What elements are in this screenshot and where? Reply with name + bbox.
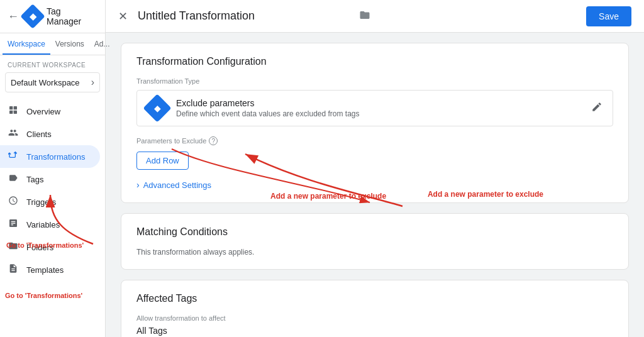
transformations-icon	[8, 150, 19, 163]
transformation-type-name: Exclude parameters	[176, 98, 591, 108]
tags-icon	[8, 173, 19, 185]
sidebar-item-clients[interactable]: Clients	[0, 123, 100, 145]
app-logo-inner: ◆	[30, 11, 36, 21]
params-section: Parameters to Exclude ? Add Row	[136, 136, 613, 170]
variables-icon	[8, 218, 19, 231]
sidebar-item-templates[interactable]: Templates	[0, 258, 100, 281]
sidebar-item-triggers-label: Triggers	[26, 197, 56, 207]
logo-diamond-inner: ◆	[154, 103, 161, 113]
matching-conditions-title: Matching Conditions	[136, 226, 613, 238]
sidebar-item-transformations-label: Transformations	[26, 152, 85, 162]
svg-rect-0	[9, 106, 13, 109]
params-label: Parameters to Exclude ?	[136, 136, 613, 145]
sidebar-item-variables-label: Variables	[26, 220, 60, 229]
add-row-button[interactable]: Add Row	[136, 152, 189, 170]
templates-icon	[8, 263, 19, 276]
sidebar: ← ◆ Tag Manager Workspace Versions Ad...…	[0, 0, 106, 337]
folders-icon	[8, 241, 19, 253]
transformation-type-label: Transformation Type	[136, 77, 613, 85]
params-help-icon[interactable]: ?	[209, 136, 218, 145]
tab-workspace[interactable]: Workspace	[3, 33, 50, 55]
back-button[interactable]: ←	[8, 10, 19, 23]
sidebar-tabs: Workspace Versions Ad...	[0, 33, 105, 55]
matching-conditions-desc: This transformation always applies.	[136, 248, 613, 257]
transformation-type-logo: ◆	[143, 94, 171, 122]
sidebar-item-triggers[interactable]: Triggers	[0, 191, 100, 213]
workspace-selector[interactable]: Default Workspace ›	[5, 72, 100, 92]
advanced-settings-label: Advanced Settings	[143, 180, 211, 190]
params-label-text: Parameters to Exclude	[136, 137, 206, 145]
transformation-config-card: Transformation Configuration Transformat…	[121, 43, 629, 203]
nav-items: Overview Clients Transformations Tags Tr…	[0, 97, 105, 337]
triggers-icon	[8, 196, 19, 208]
sidebar-item-templates-label: Templates	[26, 265, 64, 275]
sidebar-item-transformations[interactable]: Transformations	[0, 145, 100, 168]
edit-type-icon[interactable]	[591, 101, 602, 115]
affected-value: All Tags	[136, 326, 613, 336]
sidebar-header: ← ◆ Tag Manager	[0, 0, 105, 33]
svg-rect-3	[14, 111, 17, 114]
transformation-type-info: Exclude parameters Define which event da…	[176, 98, 591, 118]
sidebar-item-tags[interactable]: Tags	[0, 168, 100, 191]
svg-rect-1	[14, 106, 17, 109]
advanced-settings[interactable]: › Advanced Settings	[136, 180, 613, 190]
matching-conditions-card: Matching Conditions This transformation …	[121, 213, 629, 270]
main-content: ✕ Untitled Transformation Save Transform…	[106, 0, 644, 337]
transformation-config-title: Transformation Configuration	[136, 56, 613, 67]
current-workspace-label: CURRENT WORKSPACE	[0, 55, 105, 71]
sidebar-item-overview-label: Overview	[26, 107, 60, 116]
content-area: Transformation Configuration Transformat…	[106, 33, 644, 337]
clients-icon	[8, 128, 19, 140]
sidebar-item-tags-label: Tags	[26, 175, 43, 184]
sidebar-item-variables[interactable]: Variables	[0, 213, 100, 236]
workspace-chevron-icon: ›	[91, 77, 94, 88]
sidebar-item-folders-label: Folders	[26, 243, 53, 252]
affected-tags-title: Affected Tags	[136, 293, 613, 304]
app-title: Tag Manager	[47, 6, 97, 26]
save-button[interactable]: Save	[586, 6, 631, 26]
sidebar-item-overview[interactable]: Overview	[0, 100, 100, 123]
overview-icon	[8, 105, 19, 118]
tab-versions[interactable]: Versions	[50, 33, 89, 55]
affected-tags-card: Affected Tags Allow transformation to af…	[121, 280, 629, 337]
sidebar-item-folders[interactable]: Folders	[0, 236, 100, 258]
affected-allow-label: Allow transformation to affect	[136, 314, 613, 322]
folder-icon[interactable]	[359, 9, 370, 23]
sidebar-item-clients-label: Clients	[26, 130, 52, 139]
topbar: ✕ Untitled Transformation Save	[106, 0, 644, 33]
transformation-type-desc: Define which event data values are exclu…	[176, 109, 591, 118]
advanced-chevron-icon: ›	[136, 180, 140, 190]
transformation-type-box[interactable]: ◆ Exclude parameters Define which event …	[136, 90, 613, 126]
workspace-name: Default Workspace	[11, 78, 80, 87]
page-title: Untitled Transformation	[138, 9, 354, 23]
close-button[interactable]: ✕	[118, 9, 128, 23]
svg-rect-2	[9, 111, 13, 114]
